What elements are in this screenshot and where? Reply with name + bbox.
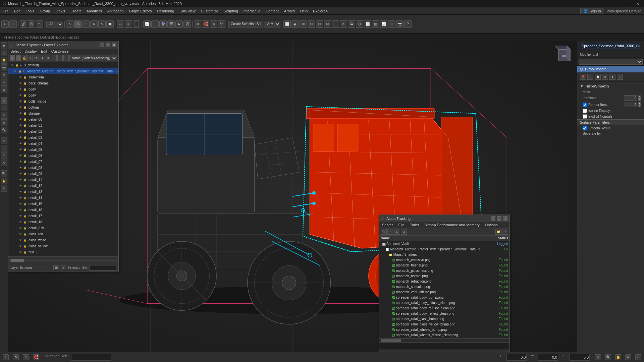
vp-camera-btn[interactable]: 📷 xyxy=(396,20,404,28)
at-row-9[interactable]: 🖼 monarch_var1_diffuse.png Found xyxy=(379,289,509,295)
se-row-chrome[interactable]: 👁 🔒 chrome xyxy=(8,110,118,116)
at-row-16[interactable]: 🖼 spreader_rafal_wheels_bump.png Found xyxy=(379,327,509,332)
eye-icon-6[interactable]: 👁 xyxy=(18,99,22,103)
menu-views[interactable]: Views xyxy=(53,8,68,14)
create-cameras-btn[interactable]: 📷 xyxy=(1,64,7,71)
at-row-15[interactable]: 🖼 spreader_rafal_glass_yellow_bump.png F… xyxy=(379,321,509,327)
eye-icon-3[interactable]: 👁 xyxy=(18,81,22,85)
menu-tools[interactable]: Tools xyxy=(23,8,37,14)
at-row-17[interactable]: 🖼 spreader_rafal_wheels_diffuse_clean.pn… xyxy=(379,332,509,338)
close-btn[interactable]: ✕ xyxy=(634,1,641,7)
move-icon[interactable]: ✛ xyxy=(1,145,7,152)
se-sort-dropdown[interactable]: Name (Sorted Ascending) xyxy=(69,55,117,61)
se-tb-toggle1[interactable]: ✕ xyxy=(10,55,15,61)
render-frame-btn[interactable]: 🖼 xyxy=(183,20,191,28)
status-scale-btn[interactable]: ⤡ xyxy=(23,354,29,360)
maximize-view-btn[interactable]: ⤢ xyxy=(635,354,641,360)
se-row-detail_04[interactable]: 👁 🔒 detail_04 xyxy=(8,140,118,146)
ts-iter-down[interactable]: ▼ xyxy=(638,98,641,101)
se-row-detail_15[interactable]: 👁 🔒 detail_15 xyxy=(8,201,118,207)
create-selection-btn[interactable]: Create Selection Se xyxy=(228,21,263,27)
se-footer-scrollbar[interactable] xyxy=(10,259,116,262)
display-btn[interactable]: ◈ xyxy=(1,119,7,126)
at-menu-options[interactable]: Options xyxy=(482,222,500,228)
create-systems-btn[interactable]: ⚙ xyxy=(1,86,7,93)
at-row-1[interactable]: 📄 Monarch_Electric_Tractor_with_Spreader… xyxy=(379,246,509,252)
at-menu-server[interactable]: Server xyxy=(379,222,395,228)
layer-mgr-btn[interactable]: ☰ xyxy=(133,20,140,28)
vp-shading-btn[interactable]: 🌑 xyxy=(332,20,339,28)
eye-icon-21[interactable]: 👁 xyxy=(18,190,22,194)
se-row-glass_yellow[interactable]: 👁 🔒 glass_yellow xyxy=(8,243,118,249)
select-scale-btn[interactable]: ⤡ xyxy=(98,20,106,28)
menu-explorex[interactable]: ExploreX xyxy=(310,8,331,14)
percent-snap-btn[interactable]: % xyxy=(218,20,225,28)
view-dropdown[interactable]: View xyxy=(264,21,280,27)
eye-icon-4[interactable]: 👁 xyxy=(18,87,22,91)
modifier-dropdown[interactable] xyxy=(579,59,643,65)
eye-icon-12[interactable]: 👁 xyxy=(18,135,22,139)
turbosmooth-modifier-entry[interactable]: ⬡ TurboSmooth xyxy=(577,66,644,72)
at-row-0[interactable]: 🏢 Autodesk Vault Logged xyxy=(379,241,509,246)
menu-content[interactable]: Content xyxy=(263,8,281,14)
mod-icon-delete[interactable]: 🗑 xyxy=(602,74,608,80)
se-tb-toggle2[interactable]: ☀ xyxy=(16,55,21,61)
select-icon[interactable]: ↖ xyxy=(1,137,7,144)
ts-iter-up[interactable]: ▲ xyxy=(638,96,641,98)
ts-render-up[interactable]: ▲ xyxy=(638,102,641,105)
ts-render-iters-input[interactable] xyxy=(624,102,637,107)
menu-arnold[interactable]: Arnold xyxy=(281,8,298,14)
align-btn[interactable]: ≡ xyxy=(125,20,132,28)
at-row-5[interactable]: 🖼 monarch_glossiness.png Found xyxy=(379,268,509,273)
at-row-10[interactable]: 🖼 spreader_rafal_body_bump.png Found xyxy=(379,295,509,300)
zoom-extent-btn[interactable]: ⊞ xyxy=(300,20,307,28)
se-row-glass_red[interactable]: 👁 🔒 glass_red xyxy=(8,231,118,237)
ts-iterations-spinners[interactable]: ▲ ▼ xyxy=(638,96,641,101)
menu-customize[interactable]: Customize xyxy=(198,8,221,14)
ts-smooth-result-checkbox[interactable] xyxy=(583,126,587,130)
at-row-2[interactable]: 📁 Maps / Shaders xyxy=(379,252,509,257)
eye-icon-15[interactable]: 👁 xyxy=(18,154,22,158)
mod-icon-move-up[interactable]: ⬆ xyxy=(609,74,615,80)
se-row-detail_01[interactable]: 👁 🔒 detail_01 xyxy=(8,122,118,128)
menu-rendering[interactable]: Rendering xyxy=(155,8,177,14)
create-helpers-btn[interactable]: ⊕ xyxy=(1,72,7,78)
se-minimize-btn[interactable]: ─ xyxy=(100,43,104,47)
select-link-btn[interactable]: 🔗 xyxy=(20,20,27,28)
se-row-detail_06[interactable]: 👁 🔒 detail_06 xyxy=(8,153,118,159)
eye-icon-19[interactable]: 👁 xyxy=(18,178,22,182)
se-row-body[interactable]: 👁 🔒 body xyxy=(8,92,118,98)
se-tb-expand[interactable]: ⊞ xyxy=(57,55,63,61)
pivot-btn[interactable]: ⊕ xyxy=(194,20,201,28)
menu-civil-view[interactable]: Civil View xyxy=(177,8,198,14)
undo-btn[interactable]: ↩ xyxy=(1,20,9,28)
zoom-icon[interactable]: 🔍 xyxy=(1,170,7,177)
eye-icon-group[interactable]: 👁 xyxy=(13,69,17,73)
maximize-btn[interactable]: □ xyxy=(624,1,630,7)
se-row-detail_02[interactable]: 👁 🔒 detail_02 xyxy=(8,128,118,134)
se-row-bottom[interactable]: 👁 🔒 bottom xyxy=(8,104,118,110)
unlink-btn[interactable]: ⛓ xyxy=(28,20,35,28)
se-row-detail_16[interactable]: 👁 🔒 detail_16 xyxy=(8,207,118,213)
eye-icon-10[interactable]: 👁 xyxy=(18,123,22,127)
mod-icon-move-down[interactable]: ⬇ xyxy=(617,74,623,80)
at-title-btns[interactable]: ─ □ ✕ xyxy=(491,216,507,221)
at-maximize-btn[interactable]: □ xyxy=(497,216,501,221)
at-scrollbar-thumb[interactable] xyxy=(381,339,401,342)
se-row-detail_08[interactable]: 👁 🔒 detail_08 xyxy=(8,165,118,171)
at-tb-grid-btn[interactable]: ⊞ xyxy=(394,229,400,235)
pan-view-btn[interactable]: ✋ xyxy=(615,354,621,360)
se-row-detail_03[interactable]: 👁 🔒 detail_03 xyxy=(8,134,118,140)
coord-z-input[interactable] xyxy=(570,354,590,361)
minimize-btn[interactable]: ─ xyxy=(613,1,620,7)
at-content[interactable]: 🏢 Autodesk Vault Logged📄 Monarch_Electri… xyxy=(379,241,509,338)
se-menu-select[interactable]: Select xyxy=(8,49,23,54)
reference-coord-btn[interactable]: 🔲 xyxy=(106,20,114,28)
se-row-hub_1[interactable]: 👁 🔒 hub_1 xyxy=(8,249,118,255)
scene-explorer-window-controls[interactable]: ─ □ ✕ xyxy=(100,43,116,47)
se-row-detail_09[interactable]: 👁 🔒 detail_09 xyxy=(8,171,118,177)
create-geometry-btn[interactable]: ◆ xyxy=(1,42,7,49)
render-btn[interactable]: ▶ xyxy=(175,20,183,28)
sign-in-btn[interactable]: 👤 Sign In xyxy=(580,8,604,14)
at-horizontal-scrollbar[interactable] xyxy=(379,338,509,342)
